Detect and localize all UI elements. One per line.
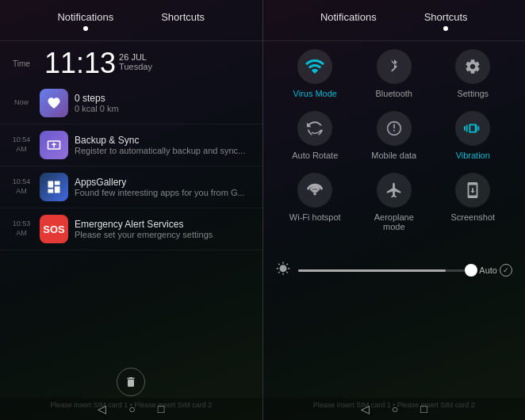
screenshot-icon bbox=[455, 173, 490, 208]
notif-time-2: 10:54AM bbox=[10, 178, 33, 196]
notif-time-1: 10:54AM bbox=[10, 136, 33, 154]
tab-notifications-right[interactable]: Notifications bbox=[320, 11, 377, 34]
right-panel: Notifications Shortcuts Virus Mode Bluet… bbox=[263, 0, 526, 420]
brightness-row: Auto ✓ bbox=[263, 255, 526, 285]
aeroplane-mode-label: Aeroplane mode bbox=[362, 212, 426, 231]
time-label: Time bbox=[13, 59, 36, 68]
auto-check[interactable]: ✓ bbox=[500, 264, 512, 277]
wifi-icon bbox=[297, 49, 332, 84]
time-day: Tuesday bbox=[119, 62, 152, 71]
bottom-bar-left bbox=[0, 368, 262, 396]
home-button-left[interactable]: ○ bbox=[128, 403, 135, 415]
shortcut-aeroplane-mode[interactable]: Aeroplane mode bbox=[362, 173, 426, 231]
shortcuts-row-1: Virus Mode Bluetooth Settings bbox=[276, 49, 513, 98]
brightness-fill bbox=[298, 269, 446, 272]
notif-sub-1: Register to automatically backup and syn… bbox=[75, 146, 253, 155]
notif-title-1: Backup & Sync bbox=[75, 135, 253, 146]
vibration-icon bbox=[455, 111, 490, 146]
home-button-right[interactable]: ○ bbox=[392, 403, 398, 415]
shortcut-virus-mode[interactable]: Virus Mode bbox=[283, 49, 347, 98]
rotate-icon bbox=[297, 111, 332, 146]
notif-text-0: 0 steps 0 kcal 0 km bbox=[75, 93, 253, 113]
notif-text-2: AppsGallery Found few interesting apps f… bbox=[75, 177, 253, 197]
tab-shortcuts-right[interactable]: Shortcuts bbox=[424, 11, 468, 34]
right-tab-bar: Notifications Shortcuts bbox=[263, 0, 526, 41]
recent-button-right[interactable]: □ bbox=[420, 403, 427, 415]
auto-rotate-label: Auto Rotate bbox=[292, 151, 338, 160]
shortcut-screenshot[interactable]: Screenshot bbox=[441, 173, 504, 231]
notif-text-3: Emergency Alert Services Please set your… bbox=[75, 219, 253, 239]
shortcut-mobile-data[interactable]: Mobile data bbox=[362, 111, 426, 160]
shortcut-bluetooth[interactable]: Bluetooth bbox=[362, 49, 426, 98]
virus-mode-label: Virus Mode bbox=[293, 89, 337, 98]
notifications-content: Time 11:13 26 JUL Tuesday Now 0 steps 0 … bbox=[0, 41, 262, 250]
notif-title-2: AppsGallery bbox=[75, 177, 253, 188]
recent-button-left[interactable]: □ bbox=[158, 403, 164, 415]
notif-text-1: Backup & Sync Register to automatically … bbox=[75, 135, 253, 155]
shortcut-auto-rotate[interactable]: Auto Rotate bbox=[283, 111, 347, 160]
bluetooth-icon bbox=[377, 49, 412, 84]
nav-bar-left: ◁ ○ □ bbox=[0, 398, 262, 420]
airplane-icon bbox=[377, 173, 412, 208]
notif-time-3: 10:53AM bbox=[10, 220, 33, 238]
vibration-label: Vibration bbox=[456, 151, 490, 160]
notif-sub-2: Found few interesting apps for you from … bbox=[75, 188, 253, 197]
notif-icon-apps bbox=[40, 173, 68, 201]
shortcut-vibration[interactable]: Vibration bbox=[441, 111, 504, 160]
hotspot-icon bbox=[297, 173, 332, 208]
shortcut-wifi-hotspot[interactable]: Wi-Fi hotspot bbox=[283, 173, 347, 231]
settings-label: Settings bbox=[457, 89, 489, 98]
settings-icon bbox=[455, 49, 490, 84]
brightness-icon bbox=[276, 262, 290, 279]
brightness-auto: Auto ✓ bbox=[479, 264, 512, 277]
tab-shortcuts-left[interactable]: Shortcuts bbox=[161, 11, 205, 34]
shortcut-settings[interactable]: Settings bbox=[441, 49, 504, 98]
shortcuts-grid: Virus Mode Bluetooth Settings bbox=[263, 41, 526, 252]
shortcuts-row-3: Wi-Fi hotspot Aeroplane mode Screenshot bbox=[276, 173, 513, 231]
back-button-right[interactable]: ◁ bbox=[361, 403, 370, 415]
notif-icon-health bbox=[40, 89, 68, 117]
notif-title-0: 0 steps bbox=[75, 93, 253, 104]
wifi-hotspot-label: Wi-Fi hotspot bbox=[289, 212, 341, 222]
brightness-track[interactable] bbox=[298, 269, 472, 272]
mobile-data-icon bbox=[377, 111, 412, 146]
time-date: 26 JUL bbox=[119, 52, 152, 62]
brightness-thumb bbox=[465, 264, 477, 277]
time-value: 11:13 bbox=[44, 49, 116, 78]
mobile-data-label: Mobile data bbox=[371, 151, 416, 160]
bluetooth-label: Bluetooth bbox=[376, 89, 412, 98]
left-panel: Notifications Shortcuts Time 11:13 26 JU… bbox=[0, 0, 262, 420]
left-tab-bar: Notifications Shortcuts bbox=[0, 0, 262, 41]
time-detail: 26 JUL Tuesday bbox=[119, 49, 152, 71]
notif-icon-backup bbox=[40, 131, 68, 159]
shortcuts-row-2: Auto Rotate Mobile data Vibration bbox=[276, 111, 513, 160]
tab-notifications-left[interactable]: Notifications bbox=[57, 11, 113, 34]
notif-title-3: Emergency Alert Services bbox=[75, 219, 253, 230]
time-display: 11:13 26 JUL Tuesday bbox=[44, 49, 152, 78]
notif-item-3[interactable]: 10:53AM SOS Emergency Alert Services Ple… bbox=[0, 208, 262, 250]
notif-time-0: Now bbox=[10, 98, 33, 108]
notif-sub-3: Please set your emergency settings bbox=[75, 230, 253, 239]
notif-icon-emergency: SOS bbox=[40, 215, 68, 243]
nav-bar-right: ◁ ○ □ bbox=[263, 398, 526, 420]
notif-item-1[interactable]: 10:54AM Backup & Sync Register to automa… bbox=[0, 124, 262, 166]
notif-item-2[interactable]: 10:54AM AppsGallery Found few interestin… bbox=[0, 166, 262, 208]
notif-item-0[interactable]: Now 0 steps 0 kcal 0 km bbox=[0, 82, 262, 124]
auto-label: Auto bbox=[479, 265, 497, 275]
clear-notifications-button[interactable] bbox=[117, 368, 145, 396]
screenshot-label: Screenshot bbox=[450, 212, 495, 222]
back-button-left[interactable]: ◁ bbox=[98, 403, 106, 415]
time-row: Time 11:13 26 JUL Tuesday bbox=[0, 41, 262, 82]
notif-sub-0: 0 kcal 0 km bbox=[75, 104, 253, 113]
